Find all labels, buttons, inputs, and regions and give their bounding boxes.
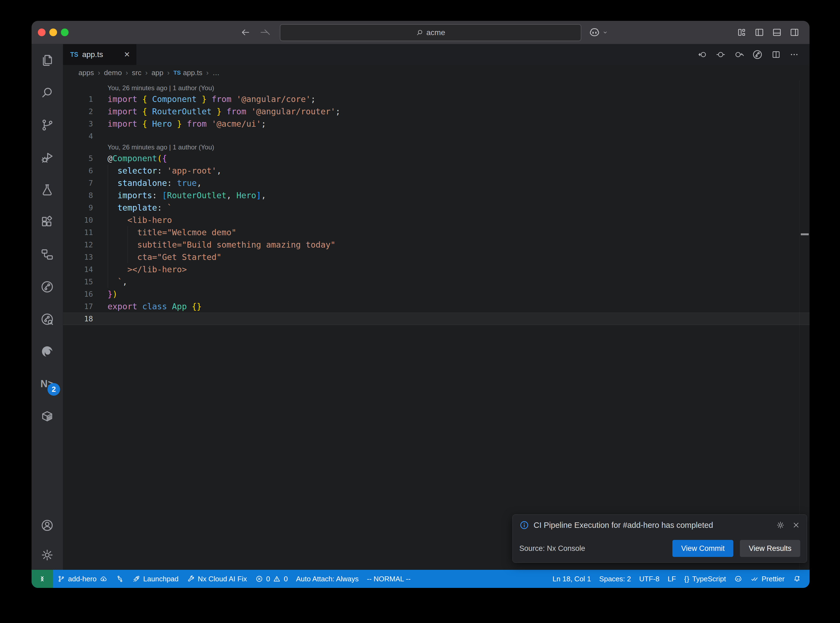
code-line-4[interactable]: 4 xyxy=(63,130,809,142)
line-content: title="Welcmoe demo" xyxy=(107,226,809,239)
breadcrumb-item[interactable]: … xyxy=(213,69,220,77)
status-item-problems[interactable]: 00 xyxy=(251,570,292,588)
split-editor-button[interactable] xyxy=(771,50,781,60)
status-item-encoding[interactable]: UTF-8 xyxy=(635,570,663,588)
more-actions-button[interactable] xyxy=(789,50,799,60)
activity-testing[interactable] xyxy=(32,173,63,206)
code-editor[interactable]: You, 26 minutes ago | 1 author (You)1imp… xyxy=(63,80,809,570)
code-line-17[interactable]: 17export class App {} xyxy=(63,300,809,313)
activity-run-debug[interactable] xyxy=(32,141,63,173)
code-line-3[interactable]: 3import { Hero } from '@acme/ui'; xyxy=(63,118,809,130)
sidebar-left-button[interactable] xyxy=(754,27,765,38)
statusbar-right: Ln 18, Col 1Spaces: 2UTF-8LF{}TypeScript… xyxy=(548,570,809,588)
back-arrow-icon[interactable] xyxy=(240,27,251,38)
view-results-button[interactable]: View Results xyxy=(740,540,800,557)
code-line-6[interactable]: 6 selector: 'app-root', xyxy=(63,164,809,177)
line-number: 4 xyxy=(63,130,107,142)
status-item-prettier[interactable]: Prettier xyxy=(746,570,789,588)
wrench-icon xyxy=(187,575,195,583)
activity-gitlens-inspect[interactable] xyxy=(32,303,63,335)
activity-gitlens[interactable] xyxy=(32,271,63,303)
editor-scrollbar[interactable] xyxy=(799,80,809,570)
indent-guide xyxy=(108,164,108,177)
breadcrumb-item[interactable]: demo xyxy=(104,69,122,77)
activity-explorer[interactable] xyxy=(32,44,63,77)
code-line-13[interactable]: 13 cta="Get Started" xyxy=(63,251,809,263)
search-value: acme xyxy=(426,28,445,37)
forward-arrow-icon[interactable] xyxy=(259,27,270,38)
copilot-menu[interactable] xyxy=(588,21,608,44)
sidebar-right-button[interactable] xyxy=(789,27,800,38)
activity-hierarchy[interactable] xyxy=(32,238,63,271)
codelens-blame[interactable]: You, 26 minutes ago | 1 author (You) xyxy=(63,83,809,93)
status-item-launchpad[interactable]: Launchpad xyxy=(128,570,183,588)
activity-settings[interactable] xyxy=(32,540,63,570)
activity-nx-console[interactable]: N>2 xyxy=(32,368,63,400)
activity-account[interactable] xyxy=(32,511,63,540)
line-content: template: ` xyxy=(107,201,809,214)
gear-icon[interactable] xyxy=(776,521,785,529)
status-item-eol[interactable]: LF xyxy=(663,570,680,588)
code-line-12[interactable]: 12 subtitle="Build something amazing tod… xyxy=(63,239,809,251)
tab-app-ts[interactable]: TS app.ts ✕ xyxy=(63,44,136,65)
close-window-button[interactable] xyxy=(38,29,46,36)
activity-edge-tools[interactable] xyxy=(32,335,63,368)
activity-container[interactable] xyxy=(32,400,63,433)
braces-icon: {} xyxy=(684,575,690,583)
breadcrumb-item[interactable]: TSapp.ts xyxy=(174,69,203,77)
remote-indicator[interactable] xyxy=(32,570,53,588)
code-line-5[interactable]: 5@Component({ xyxy=(63,152,809,164)
panel-bottom-button[interactable] xyxy=(772,27,782,38)
breadcrumb-item[interactable]: apps xyxy=(78,69,94,77)
status-item-language-mode[interactable]: {}TypeScript xyxy=(680,570,730,588)
code-line-8[interactable]: 8 imports: [RouterOutlet, Hero], xyxy=(63,189,809,201)
line-content: export class App {} xyxy=(107,300,809,313)
breadcrumb-item[interactable]: app xyxy=(151,69,163,77)
code-line-2[interactable]: 2import { RouterOutlet } from '@angular/… xyxy=(63,105,809,118)
nav-dot-button[interactable] xyxy=(716,50,726,60)
nav-forward-button[interactable] xyxy=(734,50,744,60)
status-item-nx-cloud-ai-fix[interactable]: Nx Cloud AI Fix xyxy=(183,570,251,588)
code-line-14[interactable]: 14 ></lib-hero> xyxy=(63,263,809,276)
code-line-15[interactable]: 15 `, xyxy=(63,276,809,288)
line-number: 15 xyxy=(63,276,107,288)
customize-layout-icon xyxy=(737,27,747,38)
commit-graph-button[interactable] xyxy=(752,49,763,60)
status-label: Spaces: 2 xyxy=(599,575,631,583)
code-line-16[interactable]: 16}) xyxy=(63,288,809,300)
code-line-11[interactable]: 11 title="Welcmoe demo" xyxy=(63,226,809,239)
activity-search[interactable] xyxy=(32,77,63,109)
status-item-branch-compare[interactable] xyxy=(112,570,128,588)
status-item-notifications-bell[interactable] xyxy=(789,570,805,588)
history-nav xyxy=(240,21,270,44)
command-center-search[interactable]: acme xyxy=(280,24,581,41)
close-icon[interactable] xyxy=(792,521,800,529)
breadcrumb-item[interactable]: src xyxy=(132,69,141,77)
code-line-1[interactable]: 1import { Component } from '@angular/cor… xyxy=(63,93,809,105)
breadcrumb-label: … xyxy=(213,69,220,77)
customize-layout-button[interactable] xyxy=(737,27,747,38)
status-item-cursor-position[interactable]: Ln 18, Col 1 xyxy=(548,570,595,588)
code-line-9[interactable]: 9 template: ` xyxy=(63,201,809,214)
code-line-18[interactable]: 18 xyxy=(63,313,809,325)
status-item-copilot-status[interactable] xyxy=(730,570,746,588)
codelens-blame[interactable]: You, 26 minutes ago | 1 author (You) xyxy=(63,142,809,152)
status-item-indentation[interactable]: Spaces: 2 xyxy=(595,570,635,588)
status-item-branch-status[interactable]: add-hero xyxy=(53,570,112,588)
minimize-window-button[interactable] xyxy=(49,29,57,36)
bell-icon xyxy=(793,575,801,583)
zoom-window-button[interactable] xyxy=(61,29,69,36)
status-item-vim-mode[interactable]: -- NORMAL -- xyxy=(362,570,415,588)
badge-count: 2 xyxy=(48,383,60,396)
indent-guide xyxy=(108,263,108,276)
activity-extensions[interactable] xyxy=(32,206,63,238)
code-line-7[interactable]: 7 standalone: true, xyxy=(63,177,809,189)
typescript-file-icon: TS xyxy=(174,69,181,76)
view-commit-button[interactable]: View Commit xyxy=(673,540,734,557)
activity-source-control[interactable] xyxy=(32,109,63,141)
status-item-auto-attach[interactable]: Auto Attach: Always xyxy=(292,570,362,588)
status-label: Nx Cloud AI Fix xyxy=(198,575,247,583)
nav-back-button[interactable] xyxy=(698,50,708,60)
tab-close-icon[interactable]: ✕ xyxy=(124,50,130,59)
code-line-10[interactable]: 10 <lib-hero xyxy=(63,214,809,226)
